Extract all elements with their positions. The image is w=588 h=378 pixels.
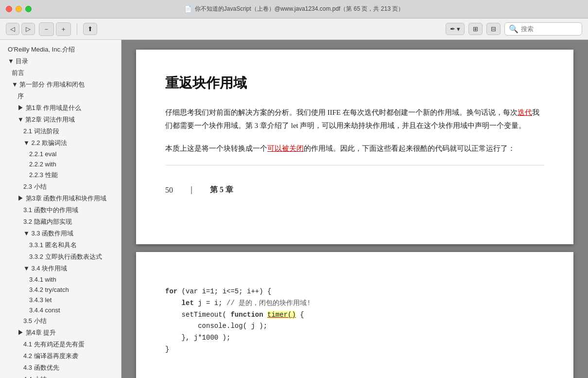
sidebar-item-23[interactable]: 3.4.4 const xyxy=(0,305,121,315)
maximize-button[interactable] xyxy=(25,6,32,12)
code-line-6: } xyxy=(165,344,544,356)
close-button[interactable] xyxy=(6,6,12,12)
sidebar-item-14[interactable]: 3.1 函数中的作用域 xyxy=(0,204,121,216)
code-line-4: console.log( j ); xyxy=(165,321,544,332)
toolbar: ◁ ▷ － ＋ ⬆ ✒ ▾ ⊞ ⊟ 🔍 xyxy=(0,18,588,40)
annotate-arrow-icon: ▾ xyxy=(457,25,460,33)
sidebar-item-18[interactable]: 3.3.2 立即执行函数表达式 xyxy=(0,251,121,263)
nav-fwd-button[interactable]: ▷ xyxy=(21,23,35,35)
sidebar-item-8[interactable]: ▼ 2.2 欺骗词法 xyxy=(0,137,121,149)
zoom-in-icon: ＋ xyxy=(60,25,67,34)
minimize-button[interactable] xyxy=(16,6,22,12)
sidebar-item-10[interactable]: 2.2.2 with xyxy=(0,159,121,169)
zoom-in-button[interactable]: ＋ xyxy=(56,22,71,36)
sidebar-item-9[interactable]: 2.2.1 eval xyxy=(0,149,121,159)
sidebar-item-2[interactable]: 前言 xyxy=(0,67,121,79)
footer-separator: ｜ xyxy=(188,185,195,195)
share-icon: ⬆ xyxy=(87,25,93,33)
annotate-button[interactable]: ✒ ▾ xyxy=(446,23,465,35)
window-title: 你不知道的JavaScript（上卷）@www.java1234.com.pdf… xyxy=(195,5,404,13)
sidebar-item-22[interactable]: 3.4.3 let xyxy=(0,295,121,305)
sidebar-item-24[interactable]: 3.5 小结 xyxy=(0,315,121,327)
page-body-para2: 本质上这是将一个块转换成一个可以被关闭的作用域。因此，下面这些看起来很酷的代码就… xyxy=(165,142,544,155)
file-icon: 📄 xyxy=(184,5,192,13)
window-controls xyxy=(6,6,32,12)
sidebar-item-4[interactable]: 序 xyxy=(0,90,121,102)
pdf-page-1: 重返块作用域 仔细思考我们对前面的解决方案的分析。我们使用 IIFE 在每次迭代… xyxy=(136,50,573,244)
zoom-group: － ＋ xyxy=(39,22,71,36)
page-footer: 50 ｜ 第 5 章 xyxy=(165,185,544,195)
page-title: 重返块作用域 xyxy=(165,74,544,92)
sidebar-item-25[interactable]: ▶ 第4章 提升 xyxy=(0,327,121,339)
zoom-out-icon: － xyxy=(43,25,50,34)
search-icon: 🔍 xyxy=(509,24,519,34)
sidebar-item-26[interactable]: 4.1 先有鸡还是先有蛋 xyxy=(0,339,121,350)
search-box: 🔍 xyxy=(504,22,582,36)
toolbar-separator xyxy=(77,23,77,35)
underline-iterate: 迭代 xyxy=(518,108,532,116)
search-input[interactable] xyxy=(521,25,579,33)
sidebar-item-20[interactable]: 3.4.1 with xyxy=(0,274,121,285)
code-line-1: for (var i=1; i<=5; i++) { xyxy=(165,286,544,298)
sidebar-item-16[interactable]: ▼ 3.3 函数作用域 xyxy=(0,228,121,239)
sidebar-item-11[interactable]: 2.2.3 性能 xyxy=(0,169,121,181)
chapter-label: 第 5 章 xyxy=(210,185,233,195)
nav-back-icon: ◁ xyxy=(10,25,15,33)
sidebar-icon: ⊟ xyxy=(491,25,496,33)
sidebar-item-28[interactable]: 4.3 函数优先 xyxy=(0,362,121,374)
titlebar: 📄 你不知道的JavaScript（上卷）@www.java1234.com.p… xyxy=(0,0,588,18)
view-icon: ⊞ xyxy=(473,25,478,33)
sidebar-item-19[interactable]: ▼ 3.4 块作用域 xyxy=(0,263,121,274)
zoom-out-button[interactable]: － xyxy=(39,22,54,36)
nav-group: ◁ ▷ xyxy=(6,23,35,35)
sidebar-item-12[interactable]: 2.3 小结 xyxy=(0,181,121,193)
sidebar-item-5[interactable]: ▶ 第1章 作用域是什么 xyxy=(0,102,121,114)
sidebar: O'Reilly Media, Inc.介绍▼ 目录前言▼ 第一部分 作用域和闭… xyxy=(0,40,121,378)
sidebar-item-13[interactable]: ▶ 第3章 函数作用域和块作用域 xyxy=(0,193,121,204)
sidebar-item-21[interactable]: 3.4.2 try/catch xyxy=(0,285,121,295)
pen-icon: ✒ xyxy=(450,25,455,33)
underline-closeable: 可以被关闭 xyxy=(267,144,304,152)
sidebar-item-1[interactable]: ▼ 目录 xyxy=(0,55,121,67)
code-block: for (var i=1; i<=5; i++) { let j = i; //… xyxy=(165,276,544,378)
nav-back-button[interactable]: ◁ xyxy=(6,23,19,35)
view-button[interactable]: ⊞ xyxy=(468,23,483,35)
code-line-2: let j = i; // 是的，闭包的块作用域! xyxy=(165,298,544,309)
sidebar-item-0[interactable]: O'Reilly Media, Inc.介绍 xyxy=(0,44,121,55)
nav-fwd-icon: ▷ xyxy=(26,25,31,33)
sidebar-item-6[interactable]: ▼ 第2章 词法作用域 xyxy=(0,114,121,126)
code-line-3: setTimeout( function timer() { xyxy=(165,309,544,321)
sidebar-item-7[interactable]: 2.1 词法阶段 xyxy=(0,126,121,137)
page-body-para1: 仔细思考我们对前面的解决方案的分析。我们使用 IIFE 在每次迭代时都创建一个新… xyxy=(165,106,544,132)
title-center: 📄 你不知道的JavaScript（上卷）@www.java1234.com.p… xyxy=(184,5,404,13)
page-divider xyxy=(165,165,544,165)
share-button[interactable]: ⬆ xyxy=(83,23,97,35)
sidebar-item-3[interactable]: ▼ 第一部分 作用域和闭包 xyxy=(0,79,121,90)
sidebar-item-27[interactable]: 4.2 编译器再度来袭 xyxy=(0,350,121,362)
sidebar-item-15[interactable]: 3.2 隐藏内部实现 xyxy=(0,216,121,228)
main-area: O'Reilly Media, Inc.介绍▼ 目录前言▼ 第一部分 作用域和闭… xyxy=(0,40,588,378)
pdf-page-2: for (var i=1; i<=5; i++) { let j = i; //… xyxy=(136,252,573,378)
page-number: 50 xyxy=(165,186,173,195)
pdf-content[interactable]: 重返块作用域 仔细思考我们对前面的解决方案的分析。我们使用 IIFE 在每次迭代… xyxy=(121,40,588,378)
sidebar-item-29[interactable]: 4.4 小结 xyxy=(0,374,121,378)
sidebar-toggle-button[interactable]: ⊟ xyxy=(486,23,501,35)
code-line-5: }, j*1000 ); xyxy=(165,332,544,344)
sidebar-item-17[interactable]: 3.3.1 匿名和具名 xyxy=(0,239,121,251)
